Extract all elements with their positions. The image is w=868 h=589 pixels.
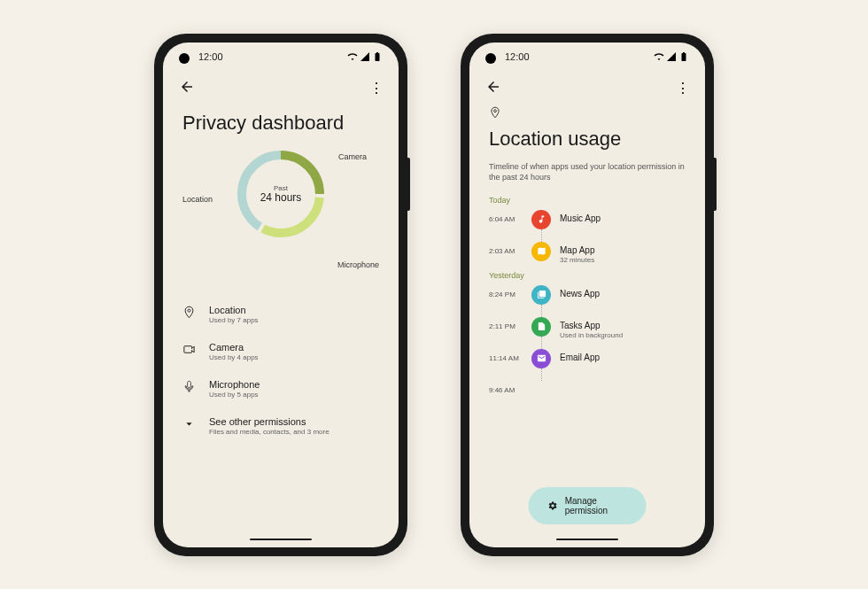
screen-2: 12:00 ⋮ Location usage Timeline of when …	[469, 43, 705, 547]
donut-big-text: 24 hours	[260, 191, 302, 203]
wifi-icon	[654, 51, 664, 62]
timeline-item-map[interactable]: 2:03 AM Map App 32 minutes	[489, 242, 686, 264]
timeline-item-email[interactable]: 11:14 AM Email App	[489, 349, 686, 381]
section-today: Today	[489, 196, 686, 205]
manage-permission-button[interactable]: Manage permission	[529, 487, 647, 524]
home-indicator[interactable]	[556, 539, 618, 540]
mic-icon	[182, 380, 197, 397]
timeline-item-last[interactable]: 9:46 AM	[489, 381, 686, 394]
status-icons	[654, 51, 689, 62]
signal-icon	[666, 51, 677, 62]
camera-hole	[485, 53, 496, 64]
timeline-yesterday: 8:24 PM News App 2:11 PM	[489, 285, 686, 394]
chart-label-microphone: Microphone	[337, 260, 379, 269]
wifi-icon	[347, 51, 358, 62]
manage-permission-label: Manage permission	[565, 496, 627, 515]
clock: 12:00	[505, 51, 530, 62]
timeline-item-tasks[interactable]: 2:11 PM Tasks App Used in background	[489, 317, 686, 349]
location-icon	[182, 306, 197, 322]
timeline-today: 6:04 AM Music App 2:03 AM Map Ap	[489, 210, 686, 264]
content-2: Location usage Timeline of when apps use…	[469, 106, 705, 394]
permission-item-camera[interactable]: Camera Used by 4 apps	[182, 333, 379, 370]
phone-frame-1: 12:00 ⋮ Privacy dashboard Camera Locatio…	[154, 34, 407, 556]
status-icons	[347, 51, 383, 62]
back-button[interactable]	[179, 79, 195, 98]
battery-icon	[372, 51, 383, 62]
content-1: Privacy dashboard Camera Location Microp…	[163, 112, 399, 445]
location-header-icon	[489, 106, 686, 122]
music-app-icon	[531, 210, 551, 229]
signal-icon	[360, 51, 370, 62]
clock: 12:00	[198, 51, 223, 62]
section-yesterday: Yesterday	[489, 271, 686, 280]
more-button[interactable]: ⋮	[369, 80, 383, 97]
camera-hole	[179, 53, 190, 64]
timeline-item-news[interactable]: 8:24 PM News App	[489, 285, 686, 317]
phone-frame-2: 12:00 ⋮ Location usage Timeline of when …	[461, 34, 714, 556]
timeline-item-music[interactable]: 6:04 AM Music App	[489, 210, 686, 242]
chart-label-location: Location	[182, 195, 213, 204]
page-title: Privacy dashboard	[182, 112, 379, 135]
permission-item-location[interactable]: Location Used by 7 apps	[182, 296, 379, 333]
permission-text: Location Used by 7 apps	[209, 305, 259, 324]
donut-chart-wrap: Camera Location Microphone Past 24 hours	[182, 145, 379, 278]
screen-1: 12:00 ⋮ Privacy dashboard Camera Locatio…	[163, 43, 399, 547]
donut-chart[interactable]: Past 24 hours	[232, 145, 329, 243]
email-app-icon	[531, 349, 551, 368]
battery-icon	[678, 51, 689, 62]
news-app-icon	[531, 285, 551, 305]
more-button[interactable]: ⋮	[676, 80, 689, 97]
see-other-permissions[interactable]: See other permissions Files and media, c…	[182, 407, 379, 445]
map-app-icon	[531, 242, 551, 261]
status-bar: 12:00	[469, 43, 705, 71]
nav-bar: ⋮	[163, 71, 399, 106]
nav-bar: ⋮	[469, 71, 705, 106]
back-button[interactable]	[485, 79, 501, 98]
chevron-down-icon	[182, 417, 197, 434]
tasks-app-icon	[531, 317, 551, 337]
permission-item-microphone[interactable]: Microphone Used by 5 apps	[182, 370, 379, 407]
status-bar: 12:00	[163, 43, 399, 71]
gear-icon	[548, 500, 558, 512]
chart-label-camera: Camera	[338, 152, 367, 161]
camera-icon	[182, 343, 197, 360]
permission-list: Location Used by 7 apps Camera Used by 4…	[182, 296, 379, 445]
page-title: Location usage	[489, 128, 686, 151]
page-subtitle: Timeline of when apps used your location…	[489, 161, 686, 183]
home-indicator[interactable]	[250, 539, 312, 540]
donut-center: Past 24 hours	[260, 183, 302, 203]
